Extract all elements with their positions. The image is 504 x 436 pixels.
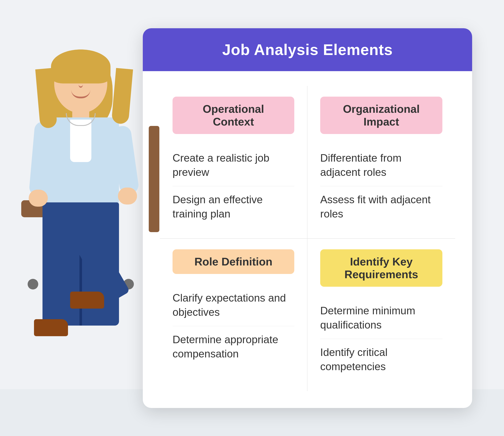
left-shoe bbox=[34, 319, 68, 336]
list-item: Design an effective training plan bbox=[173, 186, 294, 228]
list-item: Create a realistic job preview bbox=[173, 145, 294, 186]
undershirt bbox=[70, 119, 91, 162]
quadrant-grid: Operational Context Create a realistic j… bbox=[160, 86, 455, 391]
operational-context-pill: Operational Context bbox=[173, 97, 294, 134]
list-item: Identify critical competencies bbox=[320, 339, 442, 380]
key-requirements-pill: Identify Key Requirements bbox=[320, 249, 442, 287]
quadrant-operational-context: Operational Context Create a realistic j… bbox=[160, 86, 307, 239]
organizational-impact-pill: Organizational Impact bbox=[320, 97, 442, 134]
chair-back bbox=[149, 126, 159, 232]
card-title: Job Analysis Elements bbox=[160, 41, 455, 58]
card-header: Job Analysis Elements bbox=[143, 28, 472, 71]
quadrant-key-requirements: Identify Key Requirements Determine mini… bbox=[307, 239, 455, 391]
right-hand bbox=[118, 188, 137, 205]
person-area bbox=[0, 33, 170, 436]
list-item: Assess fit with adjacent roles bbox=[320, 186, 442, 228]
list-item: Determine appropriate compensation bbox=[173, 326, 294, 368]
operational-context-list: Create a realistic job preview Design an… bbox=[173, 145, 294, 228]
scene: Job Analysis Elements Operational Contex… bbox=[0, 0, 504, 436]
hair-side-right bbox=[111, 68, 133, 125]
hair-top bbox=[51, 49, 110, 83]
list-item: Clarify expectations and objectives bbox=[173, 285, 294, 326]
key-requirements-list: Determine minimum qualifications Identif… bbox=[320, 297, 442, 380]
organizational-impact-list: Differentiate from adjacent roles Assess… bbox=[320, 145, 442, 228]
chair-wheel-left bbox=[28, 279, 38, 290]
card-body: Operational Context Create a realistic j… bbox=[143, 71, 472, 408]
role-definition-pill: Role Definition bbox=[173, 249, 294, 274]
quadrant-organizational-impact: Organizational Impact Differentiate from… bbox=[307, 86, 455, 239]
right-shoe bbox=[70, 291, 104, 309]
person-illustration bbox=[4, 37, 157, 398]
quadrant-role-definition: Role Definition Clarify expectations and… bbox=[160, 239, 307, 391]
role-definition-list: Clarify expectations and objectives Dete… bbox=[173, 285, 294, 368]
list-item: Differentiate from adjacent roles bbox=[320, 145, 442, 186]
left-hand bbox=[29, 190, 48, 207]
person-body bbox=[15, 37, 147, 398]
list-item: Determine minimum qualifications bbox=[320, 297, 442, 339]
job-analysis-card: Job Analysis Elements Operational Contex… bbox=[143, 28, 472, 408]
